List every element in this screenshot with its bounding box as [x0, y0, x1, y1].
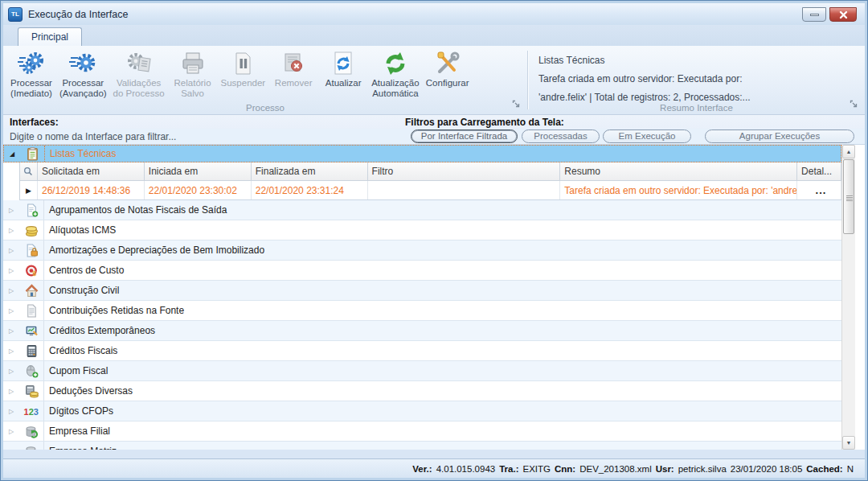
configurar-button[interactable]: Configurar [423, 48, 473, 88]
expand-expanded-icon[interactable]: ◢ [4, 150, 20, 158]
remover-button[interactable]: Remover [268, 48, 318, 88]
status-bar: Ver.: 4.01.015.0943 Tra.: EXITG Cnn: DEV… [3, 458, 865, 478]
list-item-label: Alíquotas ICMS [43, 220, 841, 240]
interface-filter-input[interactable]: Digite o nome da Interface para filtrar.… [10, 131, 395, 142]
vertical-scrollbar[interactable]: ▲ ▼ [841, 145, 855, 450]
minimize-button[interactable] [802, 7, 826, 22]
list-item[interactable]: ▷ Deduções Diversas [3, 381, 841, 401]
expand-collapsed-icon[interactable]: ▷ [3, 207, 19, 214]
column-header-detalhes[interactable]: Detal... [797, 162, 841, 180]
search-icon[interactable] [20, 162, 38, 180]
saved-report-printer-icon [179, 49, 207, 78]
list-item[interactable]: ▷ Alíquotas ICMS [3, 220, 841, 240]
cell-solicitada: 26/12/2019 14:48:36 [38, 181, 145, 199]
row-marker-icon: ▶ [26, 187, 31, 195]
list-item[interactable]: ▷ Contribuições Retidas na Fonte [3, 301, 841, 321]
atualizacao-automatica-button[interactable]: Atualização Automática [368, 48, 422, 99]
connection-label: Cnn: [555, 464, 575, 474]
column-header-filtro[interactable]: Filtro [368, 162, 561, 180]
list-item[interactable]: ▷ Construção Civil [3, 281, 841, 301]
list-item[interactable]: ▷ Amortizações e Depreciações de Bem Imo… [3, 240, 841, 261]
expand-collapsed-icon[interactable]: ▷ [3, 368, 19, 375]
processar-avancado-button[interactable]: Processar (Avançado) [56, 48, 110, 99]
ribbon-button-label: Relatório [174, 78, 211, 88]
list-item[interactable]: ▷ $ Centros de Custo [3, 261, 841, 281]
grid-header-row: Solicitada em Iniciada em Finalizada em … [20, 162, 841, 181]
scrollbar-thumb[interactable] [843, 159, 854, 234]
close-icon [839, 10, 848, 19]
processo-dialog-launcher[interactable] [512, 97, 521, 112]
ribbon-group-resumo-interface: Listas Técnicas Tarefa criada em outro s… [528, 46, 865, 114]
expand-collapsed-icon[interactable]: ▷ [3, 347, 19, 355]
remove-document-icon [280, 49, 307, 78]
list-item[interactable]: ▷ 123 Dígitos CFOPs [3, 401, 841, 421]
digits-123-icon: 123 [19, 405, 43, 418]
ribbon-button-label: Configurar [426, 78, 469, 88]
ribbon-button-label: Suspender [221, 78, 266, 88]
version-value: 4.01.015.0943 [436, 464, 496, 474]
expand-collapsed-icon[interactable]: ▷ [3, 428, 19, 435]
column-header-iniciada[interactable]: Iniciada em [145, 162, 252, 180]
expand-collapsed-icon[interactable]: ▷ [3, 327, 19, 335]
list-item[interactable]: ▷ Cupom Fiscal [3, 361, 841, 381]
configure-tools-icon [434, 49, 461, 78]
ribbon-button-label: Validações [117, 78, 161, 88]
cell-finalizada: 22/01/2020 23:31:24 [252, 181, 368, 199]
column-header-resumo[interactable]: Resumo [560, 162, 797, 180]
filter-strip: Digite o nome da Interface para filtrar.… [3, 129, 865, 145]
expand-collapsed-icon[interactable]: ▷ [3, 287, 19, 294]
list-item-label: Agrupamentos de Notas Fiscais de Saída [43, 200, 841, 220]
coins-icon [19, 224, 43, 237]
scroll-down-button[interactable]: ▼ [842, 436, 855, 450]
suspender-button[interactable]: Suspender [218, 48, 269, 88]
group-row-listas-tecnicas[interactable]: ◢ Listas Técnicas [3, 145, 841, 162]
clipboard-icon [20, 147, 44, 161]
list-item-label: Empresa Matriz [43, 442, 841, 450]
list-item[interactable]: ▷ Empresa Matriz [3, 442, 841, 450]
list-item[interactable]: ▷ Empresa Filial [3, 421, 841, 442]
column-header-finalizada[interactable]: Finalizada em [252, 162, 368, 180]
ribbon-button-label: Remover [275, 78, 313, 88]
connection-value: DEV_201308.xml [579, 464, 652, 474]
expand-collapsed-icon[interactable]: ▷ [3, 408, 19, 415]
expand-collapsed-icon[interactable]: ▷ [3, 388, 19, 395]
target-dollar-icon: $ [19, 264, 43, 278]
scrollbar-grip [846, 195, 853, 201]
expand-collapsed-icon[interactable]: ▷ [3, 247, 19, 254]
ribbon-button-label: Automática [372, 88, 419, 99]
group-caption-resumo: Resumo Interface [528, 103, 865, 113]
window-background-gap [3, 450, 865, 458]
validacoes-processo-button[interactable]: Validações do Processo [110, 48, 168, 99]
list-item-label: Construção Civil [43, 281, 841, 300]
processar-imediato-button[interactable]: Processar (Imediato) [6, 48, 56, 99]
version-label: Ver.: [412, 464, 432, 474]
atualizar-button[interactable]: Atualizar [318, 48, 368, 88]
scroll-up-button[interactable]: ▲ [842, 145, 855, 158]
list-item[interactable]: ▷ Agrupamentos de Notas Fiscais de Saída [3, 200, 841, 220]
list-item[interactable]: ▷ Créditos Extemporâneos [3, 321, 841, 341]
tab-strip: Principal [3, 25, 865, 46]
detail-ellipsis-button[interactable]: ... [801, 184, 841, 196]
document-icon [19, 304, 43, 318]
filter-por-interface-filtrada-button[interactable]: Por Interface Filtrada [411, 130, 518, 143]
resumo-dialog-launcher[interactable] [850, 97, 858, 112]
ribbon-button-label: Atualização [371, 78, 419, 88]
cached-label: Cached: [806, 464, 842, 474]
agrupar-execucoes-button[interactable]: Agrupar Execuções [705, 130, 854, 143]
column-header-solicitada[interactable]: Solicitada em [38, 162, 145, 180]
expand-collapsed-icon[interactable]: ▷ [3, 307, 19, 314]
user-value: petrick.silva [678, 464, 727, 474]
execution-row[interactable]: ▶ 26/12/2019 14:48:36 22/01/2020 23:30:0… [20, 181, 841, 200]
filter-em-execucao-button[interactable]: Em Execução [603, 130, 691, 143]
relatorio-salvo-button[interactable]: Relatório Salvo [168, 48, 218, 99]
tab-principal[interactable]: Principal [18, 27, 82, 46]
house-icon [19, 284, 43, 298]
list-item-label: Empresa Filial [43, 421, 841, 441]
close-button[interactable] [829, 7, 857, 22]
list-item[interactable]: ▷ Créditos Fiscais [3, 341, 841, 361]
expand-collapsed-icon[interactable]: ▷ [3, 267, 19, 274]
list-item-label: Amortizações e Depreciações de Bem Imobi… [43, 240, 841, 260]
resumo-line-tarefa: Tarefa criada em outro servidor: Executa… [538, 70, 865, 88]
expand-collapsed-icon[interactable]: ▷ [3, 227, 19, 234]
filter-processadas-button[interactable]: Processadas [522, 130, 600, 143]
